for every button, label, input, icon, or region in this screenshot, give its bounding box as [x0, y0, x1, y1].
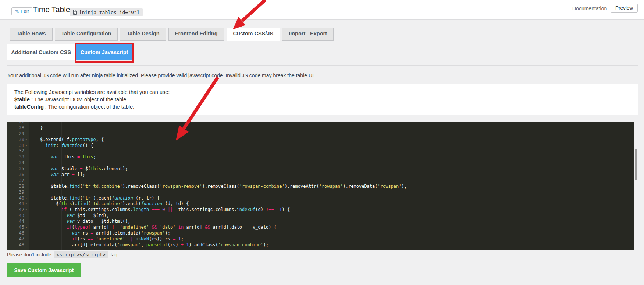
line-number: 32 — [7, 148, 24, 154]
line-number: 44 — [7, 219, 24, 225]
code-line: 34 — [7, 160, 634, 166]
line-number: 41 — [7, 201, 24, 207]
page-title: Time Table — [33, 5, 70, 14]
code-line: 40▾ $table.find('tr').each(function (r, … — [7, 196, 634, 201]
code-text: $table.find('tr').each(function (r, tr) … — [29, 196, 160, 201]
line-number: 29 — [7, 131, 24, 137]
line-number: 46 — [7, 231, 24, 236]
line-number: 33 — [7, 154, 24, 160]
shortcode-chip: [ninja_tables id="9"] — [70, 8, 143, 16]
code-line: 43 var $td = $(td); — [7, 213, 634, 219]
editor-scrollbar-track[interactable] — [634, 122, 638, 250]
code-line: 27 — [7, 122, 634, 125]
code-line: 33 var _this = this; — [7, 154, 634, 160]
line-number: 27 — [7, 122, 24, 125]
var-tableconfig-name: tableConfig — [14, 104, 44, 110]
line-number: 47 — [7, 236, 24, 242]
script-tag-warning: Please don't include <script></script> t… — [7, 251, 117, 258]
subtab-custom-javascript[interactable]: Custom Javascript — [76, 44, 132, 60]
line-number: 37 — [7, 178, 24, 184]
js-variables-info-box: The Following Javascript variables are a… — [7, 84, 638, 115]
warning-prefix: Please don't include — [7, 252, 51, 257]
code-line: 35 var $table = $(this.element); — [7, 166, 634, 172]
var-tableconfig-desc: : The configuration object of the table. — [44, 104, 134, 110]
code-text: arr[d].elem.data('rowspan', parseInt(rs)… — [29, 242, 268, 248]
tab-custom-css-js[interactable]: Custom CSS/JS — [227, 28, 280, 41]
shortcode-text: [ninja_tables id="9"] — [79, 10, 139, 15]
editor-scrollbar-thumb[interactable] — [635, 149, 637, 180]
warning-suffix: tag — [110, 252, 117, 257]
code-line: 36 var arr = []; — [7, 172, 634, 178]
code-text: var $table = $(this.element); — [29, 166, 128, 172]
code-lines: 2728 }2930▾ $.extend( f.prototype, {31▾ … — [7, 122, 634, 248]
code-editor[interactable]: 2728 }2930▾ $.extend( f.prototype, {31▾ … — [7, 122, 638, 250]
line-number: 48 — [7, 242, 24, 248]
code-line: 46 var rs = arr[d].elem.data('rowspan'); — [7, 231, 634, 236]
line-number: 34 — [7, 160, 24, 166]
code-line: 32 — [7, 148, 634, 154]
tab-table-rows[interactable]: Table Rows — [10, 28, 53, 41]
code-text: init: function() { — [29, 143, 93, 149]
code-text: if(typeof arr[d] != 'undefined' && 'dato… — [29, 225, 277, 231]
line-number: 45 — [7, 225, 24, 231]
subtabs: Additional Custom CSSCustom Javascript — [7, 44, 132, 60]
code-text: var rs = arr[d].elem.data('rowspan'); — [29, 231, 170, 236]
var-table-name: $table — [14, 96, 30, 102]
document-icon — [73, 10, 77, 15]
code-text: if (_this.settings.columns.length === 0 … — [29, 207, 290, 213]
code-line: 47 if(rs == 'undefined' || isNaN(rs)) rs… — [7, 236, 634, 242]
line-number: 31 — [7, 143, 24, 149]
line-number: 35 — [7, 166, 24, 172]
code-line: 38 $table.find('tr td.combine').removeCl… — [7, 184, 634, 190]
line-number: 39 — [7, 190, 24, 196]
code-line: 31▾ init: function() { — [7, 143, 634, 149]
code-line: 30▾ $.extend( f.prototype, { — [7, 137, 634, 143]
edit-button-label: Edit — [21, 8, 29, 14]
divider — [7, 65, 638, 66]
line-number: 36 — [7, 172, 24, 178]
tab-import-export[interactable]: Import - Export — [282, 28, 334, 41]
edit-button[interactable]: ✎ Edit — [11, 7, 32, 15]
subtab-additional-custom-css[interactable]: Additional Custom CSS — [7, 44, 75, 60]
line-number: 42 — [7, 207, 24, 213]
info-line-2: $table : The Javascript DOM object of th… — [14, 96, 631, 103]
line-number: 28 — [7, 125, 24, 131]
code-editor-surface[interactable]: 2728 }2930▾ $.extend( f.prototype, {31▾ … — [7, 122, 634, 250]
tab-table-configuration[interactable]: Table Configuration — [55, 28, 118, 41]
code-text: } — [29, 125, 43, 131]
code-line: 39 — [7, 190, 634, 196]
code-line: 44 var v_dato = $td.html(); — [7, 219, 634, 225]
line-number: 30 — [7, 137, 24, 143]
documentation-link[interactable]: Documentation — [572, 6, 607, 11]
tab-table-design[interactable]: Table Design — [120, 28, 166, 41]
code-line: 48 arr[d].elem.data('rowspan', parseInt(… — [7, 242, 634, 248]
line-number: 43 — [7, 213, 24, 219]
code-text: var _this = this; — [29, 154, 96, 160]
code-line: 42▾ if (_this.settings.columns.length ==… — [7, 207, 634, 213]
code-text: if(rs == 'undefined' || isNaN(rs)) rs = … — [29, 236, 184, 242]
code-text: var arr = []; — [29, 172, 85, 178]
preview-button[interactable]: Preview — [611, 4, 638, 13]
code-line: 41▾ $(this).find('td.combine').each(func… — [7, 201, 634, 207]
main-tabs: Table RowsTable ConfigurationTable Desig… — [10, 28, 334, 41]
var-table-desc: : The Javascript DOM object of the table — [30, 96, 126, 102]
code-text: $.extend( f.prototype, { — [29, 137, 104, 143]
code-text: var v_dato = $td.html(); — [29, 219, 131, 225]
admin-header: ✎ Edit Time Table [ninja_tables id="9"] … — [0, 0, 644, 20]
code-text: $(this).find('td.combine').each(function… — [29, 201, 189, 207]
code-line: 45▾ if(typeof arr[d] != 'undefined' && '… — [7, 225, 634, 231]
save-custom-javascript-button[interactable]: Save Custom Javascript — [7, 263, 81, 277]
info-line-1: The Following Javascript variables are a… — [14, 88, 631, 96]
info-line-3: tableConfig : The configuration object o… — [14, 103, 631, 110]
warning-code: <script></script> — [54, 251, 108, 258]
line-number: 38 — [7, 184, 24, 190]
code-line: 29 — [7, 131, 634, 137]
code-line: 37 — [7, 178, 634, 184]
code-line: 28 } — [7, 125, 634, 131]
pencil-icon: ✎ — [15, 9, 19, 14]
code-text: $table.find('tr td.combine').removeClass… — [29, 184, 407, 190]
code-text: var $td = $(td); — [29, 213, 109, 219]
line-number: 40 — [7, 196, 24, 201]
tab-frontend-editing[interactable]: Frontend Editing — [168, 28, 224, 41]
js-description-text: Your additional JS code will run after n… — [7, 73, 315, 78]
